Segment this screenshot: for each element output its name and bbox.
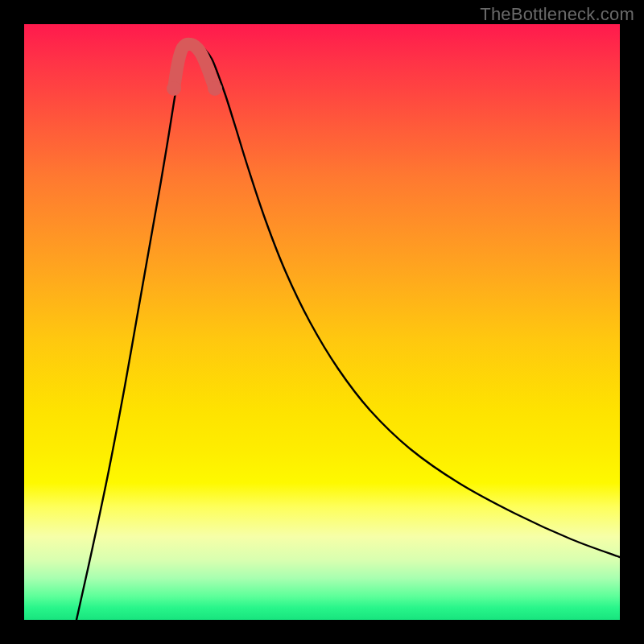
chart-plot-area: [24, 24, 620, 620]
highlight-dot-right: [208, 81, 222, 96]
watermark-text: TheBottleneck.com: [480, 4, 634, 25]
bottleneck-curve: [76, 45, 620, 620]
highlight-segment: [174, 44, 215, 89]
highlight-dot-left: [167, 81, 181, 96]
chart-svg: [24, 24, 620, 620]
